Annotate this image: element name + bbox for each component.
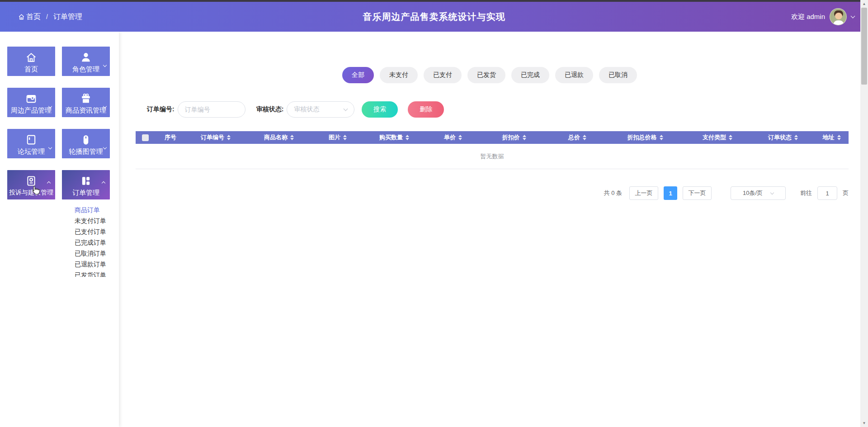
select-all-checkbox[interactable] — [142, 134, 149, 141]
submenu-item-shipped-orders[interactable]: 已发货订单 — [75, 270, 106, 277]
col-order-no[interactable]: 订单编号 — [186, 133, 245, 142]
sidebar-item-orders[interactable]: 订单管理 — [62, 170, 110, 199]
chip-cancelled[interactable]: 已取消 — [599, 67, 637, 83]
sidebar-item-roles[interactable]: 角色管理 — [62, 47, 110, 76]
chip-completed[interactable]: 已完成 — [511, 67, 549, 83]
status-filter-chips: 全部 未支付 已支付 已发货 已完成 已退款 已取消 — [119, 67, 860, 83]
submenu-item-cancelled-orders[interactable]: 已取消订单 — [75, 248, 106, 259]
chevron-down-icon — [344, 107, 348, 111]
chip-shipped[interactable]: 已发货 — [467, 67, 505, 83]
product-box-icon — [25, 92, 38, 105]
orders-table: 序号 订单编号 商品名称 图片 购买数量 单价 — [136, 131, 849, 169]
col-discount-price[interactable]: 折扣价 — [480, 133, 548, 142]
col-quantity[interactable]: 购买数量 — [363, 133, 426, 142]
breadcrumb-current: 订单管理 — [53, 12, 82, 22]
contact-badge-icon — [25, 174, 38, 188]
sort-icon — [290, 135, 294, 140]
empty-state: 暂无数据 — [136, 144, 849, 169]
chevron-down-icon — [49, 101, 52, 109]
sidebar-item-complaints[interactable]: 投诉与建议管理 — [7, 170, 55, 199]
submenu-item-unpaid-orders[interactable]: 未支付订单 — [75, 215, 106, 226]
sidebar-item-label: 首页 — [24, 65, 38, 74]
app-header: 首页 / 订单管理 音乐周边产品售卖系统设计与实现 欢迎 admin — [0, 2, 868, 32]
sidebar-item-home[interactable]: 首页 — [7, 47, 55, 76]
sort-icon — [523, 135, 526, 140]
submenu-item-completed-orders[interactable]: 已完成订单 — [75, 237, 106, 248]
page-size-select[interactable]: 10条/页 — [731, 186, 786, 200]
sort-icon — [660, 135, 663, 140]
delete-button[interactable]: 删除 — [408, 101, 444, 118]
submenu-item-paid-orders[interactable]: 已支付订单 — [75, 226, 106, 237]
chip-refunded[interactable]: 已退款 — [555, 67, 593, 83]
audit-status-select[interactable]: 审核状态 — [287, 101, 354, 118]
col-index: 序号 — [155, 133, 186, 142]
search-button[interactable]: 搜索 — [362, 101, 398, 118]
chevron-down-icon — [104, 60, 106, 68]
chevron-down-icon — [851, 14, 855, 18]
avatar-body — [833, 20, 844, 25]
sort-icon — [343, 135, 347, 140]
prev-page-button[interactable]: 上一页 — [629, 186, 658, 200]
scrollbar-thumb[interactable] — [861, 8, 867, 85]
sidebar-item-products[interactable]: 周边产品管理 — [7, 88, 55, 117]
sort-icon — [406, 135, 409, 140]
sidebar-item-forum[interactable]: 论坛管理 — [7, 129, 55, 158]
page-title: 音乐周边产品售卖系统设计与实现 — [0, 11, 868, 23]
order-no-input[interactable] — [178, 101, 245, 118]
page-number-1[interactable]: 1 — [664, 186, 677, 200]
audit-status-label: 审核状态: — [256, 105, 284, 114]
sort-icon — [583, 135, 586, 140]
sidebar-item-label: 论坛管理 — [18, 147, 45, 156]
submenu-item-product-orders[interactable]: 商品订单 — [75, 204, 106, 215]
goto-page-input[interactable] — [817, 186, 837, 200]
chevron-down-icon — [49, 142, 52, 151]
submenu-item-refunded-orders[interactable]: 已退款订单 — [75, 259, 106, 270]
sidebar-item-carousel[interactable]: 轮播图管理 — [62, 129, 110, 158]
orders-submenu: 商品订单 未支付订单 已支付订单 已完成订单 已取消订单 已退款订单 已发货订单 — [75, 204, 106, 277]
goto-label: 前往 — [800, 189, 812, 197]
mouse-icon — [80, 133, 92, 147]
col-unit-price[interactable]: 单价 — [426, 133, 480, 142]
vertical-scrollbar[interactable]: ▲ ▼ — [860, 0, 868, 427]
total-count: 共 0 条 — [604, 189, 622, 197]
sidebar-item-product-news[interactable]: 商品资讯管理 — [62, 88, 110, 117]
chip-paid[interactable]: 已支付 — [424, 67, 462, 83]
chevron-down-icon — [104, 101, 106, 109]
order-no-label: 订单编号: — [147, 105, 175, 114]
sort-icon — [729, 135, 732, 140]
user-menu[interactable]: 欢迎 admin — [791, 8, 854, 25]
chip-unpaid[interactable]: 未支付 — [380, 67, 418, 83]
scroll-up-arrow[interactable]: ▲ — [860, 0, 868, 8]
avatar[interactable] — [830, 8, 847, 25]
col-discount-total[interactable]: 折扣总价格 — [607, 133, 684, 142]
sort-icon — [837, 135, 841, 140]
chevron-down-icon — [770, 190, 774, 194]
col-total-price[interactable]: 总价 — [548, 133, 607, 142]
breadcrumb-home-link[interactable]: 首页 — [18, 12, 41, 22]
sidebar-item-label: 投诉与建议管理 — [9, 189, 53, 197]
gift-icon — [80, 92, 92, 105]
sort-icon — [458, 135, 462, 140]
sidebar-tile-grid: 首页 角色管理 周边产品管理 — [0, 32, 119, 199]
user-icon — [80, 51, 92, 64]
sidebar-item-label: 轮播图管理 — [69, 147, 103, 156]
table-header-row: 序号 订单编号 商品名称 图片 购买数量 单价 — [136, 131, 849, 144]
breadcrumb-separator: / — [46, 13, 48, 20]
chevron-down-icon — [104, 142, 106, 151]
col-image[interactable]: 图片 — [313, 133, 363, 142]
search-toolbar: 订单编号: 审核状态: 审核状态 搜索 删除 — [147, 100, 444, 119]
chevron-expanded-icon — [47, 180, 50, 188]
col-product-name[interactable]: 商品名称 — [245, 133, 313, 142]
chip-all[interactable]: 全部 — [342, 67, 374, 83]
breadcrumb: 首页 / 订单管理 — [18, 12, 82, 22]
col-address[interactable]: 地址 — [815, 133, 849, 142]
scroll-down-arrow[interactable]: ▼ — [860, 419, 868, 427]
welcome-text: 欢迎 admin — [791, 13, 825, 21]
sidebar-item-label: 周边产品管理 — [11, 106, 52, 115]
page-unit-label: 页 — [843, 189, 849, 197]
pagination: 共 0 条 上一页 1 下一页 10条/页 前往 页 — [604, 186, 849, 200]
next-page-button[interactable]: 下一页 — [683, 186, 712, 200]
notebook-icon — [25, 133, 38, 147]
col-order-status[interactable]: 订单状态 — [751, 133, 815, 142]
col-pay-type[interactable]: 支付类型 — [684, 133, 751, 142]
